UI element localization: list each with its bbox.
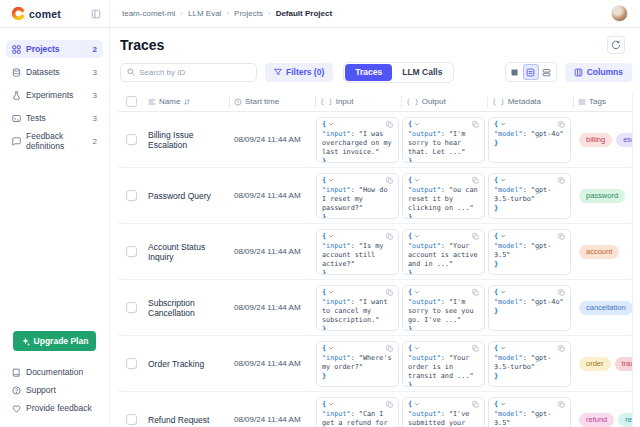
column-header-metadata[interactable]: { } Metadata: [487, 96, 573, 108]
chevron-down-icon[interactable]: [414, 233, 420, 239]
copy-icon[interactable]: [558, 121, 565, 128]
refresh-button[interactable]: [607, 36, 625, 54]
chevron-down-icon[interactable]: [328, 289, 334, 295]
copy-icon[interactable]: [472, 121, 479, 128]
trace-name[interactable]: Refund Request: [144, 415, 229, 425]
table-row[interactable]: Account Status Inquiry 08/09/24 11:44 AM…: [118, 224, 632, 280]
row-checkbox[interactable]: [126, 246, 137, 257]
chevron-down-icon[interactable]: [500, 401, 506, 407]
sidebar-item-documentation[interactable]: Documentation: [6, 363, 103, 381]
sidebar-collapse-icon[interactable]: [91, 9, 101, 19]
tag[interactable]: escalation: [616, 133, 632, 147]
row-checkbox[interactable]: [126, 134, 137, 145]
table-row[interactable]: Subscription Cancellation 08/09/24 11:44…: [118, 280, 632, 336]
sort-icon[interactable]: [183, 98, 191, 106]
input-json-cell[interactable]: { "input": "Where's my order?" }: [316, 341, 399, 387]
density-comfortable-icon[interactable]: [539, 64, 555, 80]
output-json-cell[interactable]: { "output": "Your account is active and …: [402, 229, 485, 275]
column-header-name[interactable]: Name: [144, 96, 229, 108]
copy-icon[interactable]: [386, 345, 393, 352]
trace-name[interactable]: Order Tracking: [144, 359, 229, 369]
sidebar-item-datasets[interactable]: Datasets 3: [6, 63, 103, 81]
input-json-cell[interactable]: { "input": "Can I get a refund for my la…: [316, 397, 399, 427]
metadata-json-cell[interactable]: { "model": "gpt-3.5-turbo" }: [488, 341, 571, 387]
tag[interactable]: tracking: [615, 357, 632, 371]
chevron-down-icon[interactable]: [328, 401, 334, 407]
column-header-tags[interactable]: Tags: [573, 96, 632, 108]
table-row[interactable]: Order Tracking 08/09/24 11:44 AM { "inpu…: [118, 336, 632, 392]
breadcrumb-item[interactable]: team-comet-ml: [122, 9, 175, 18]
trace-name[interactable]: Account Status Inquiry: [144, 242, 229, 262]
chevron-down-icon[interactable]: [328, 345, 334, 351]
search-box[interactable]: [120, 63, 257, 82]
copy-icon[interactable]: [386, 177, 393, 184]
sidebar-item-experiments[interactable]: Experiments 3: [6, 86, 103, 104]
trace-name[interactable]: Billing Issue Escalation: [144, 130, 229, 150]
copy-icon[interactable]: [386, 289, 393, 296]
table-row[interactable]: Password Query 08/09/24 11:44 AM { "inpu…: [118, 168, 632, 224]
table-row[interactable]: Billing Issue Escalation 08/09/24 11:44 …: [118, 112, 632, 168]
search-input[interactable]: [139, 68, 250, 77]
output-json-cell[interactable]: { "output": "I'm sorry to hear that. Let…: [402, 117, 485, 163]
sidebar-item-projects[interactable]: Projects 2: [6, 40, 103, 58]
avatar[interactable]: [611, 5, 628, 22]
copy-icon[interactable]: [386, 401, 393, 408]
density-compact-icon[interactable]: [507, 64, 523, 80]
output-json-cell[interactable]: { "output": "I've submitted your refund …: [402, 397, 485, 427]
tag[interactable]: refund: [579, 413, 614, 427]
columns-button[interactable]: Columns: [565, 63, 632, 82]
column-header-output[interactable]: { } Output: [401, 96, 487, 108]
sidebar-item-tests[interactable]: Tests 3: [6, 109, 103, 127]
chevron-down-icon[interactable]: [500, 233, 506, 239]
copy-icon[interactable]: [386, 233, 393, 240]
copy-icon[interactable]: [558, 401, 565, 408]
sidebar-item-support[interactable]: Support: [6, 381, 103, 399]
row-checkbox[interactable]: [126, 190, 137, 201]
row-checkbox[interactable]: [126, 414, 137, 425]
input-json-cell[interactable]: { "input": "How do I reset my password?"…: [316, 173, 399, 219]
metadata-json-cell[interactable]: { "model": "gpt-4o" }: [488, 285, 571, 331]
input-json-cell[interactable]: { "input": "I was overcharged on my last…: [316, 117, 399, 163]
chevron-down-icon[interactable]: [500, 177, 506, 183]
chevron-down-icon[interactable]: [500, 345, 506, 351]
tag[interactable]: cancellation: [579, 301, 632, 315]
sidebar-item-feedback-definitions[interactable]: Feedback definitions 2: [6, 132, 103, 150]
column-header-start-time[interactable]: Start time: [229, 96, 315, 108]
copy-icon[interactable]: [472, 401, 479, 408]
tag[interactable]: billing: [579, 133, 612, 147]
breadcrumb-item[interactable]: LLM Eval: [188, 9, 221, 18]
copy-icon[interactable]: [386, 121, 393, 128]
copy-icon[interactable]: [558, 345, 565, 352]
copy-icon[interactable]: [558, 233, 565, 240]
chevron-down-icon[interactable]: [328, 233, 334, 239]
copy-icon[interactable]: [472, 289, 479, 296]
chevron-down-icon[interactable]: [500, 121, 506, 127]
tag[interactable]: account: [579, 245, 619, 259]
metadata-json-cell[interactable]: { "model": "gpt-4o" }: [488, 117, 571, 163]
copy-icon[interactable]: [472, 233, 479, 240]
input-json-cell[interactable]: { "input": "Is my account still active?"…: [316, 229, 399, 275]
filters-button[interactable]: Filters (0): [265, 63, 333, 82]
output-json-cell[interactable]: { "output": "I'm sorry to see you go. I'…: [402, 285, 485, 331]
copy-icon[interactable]: [558, 289, 565, 296]
output-json-cell[interactable]: { "output": "ou can reset it by clicking…: [402, 173, 485, 219]
table-row[interactable]: Refund Request 08/09/24 11:44 AM { "inpu…: [118, 392, 632, 427]
input-json-cell[interactable]: { "input": "I want to cancel my subscrip…: [316, 285, 399, 331]
copy-icon[interactable]: [472, 177, 479, 184]
tab-llm-calls[interactable]: LLM Calls: [392, 64, 452, 81]
tag[interactable]: order: [579, 357, 611, 371]
metadata-json-cell[interactable]: { "model": "gpt-3.5" }: [488, 229, 571, 275]
metadata-json-cell[interactable]: { "model": "gpt-3.5" }: [488, 397, 571, 427]
copy-icon[interactable]: [558, 177, 565, 184]
metadata-json-cell[interactable]: { "model": "gpt-3.5-turbo" }: [488, 173, 571, 219]
chevron-down-icon[interactable]: [414, 401, 420, 407]
chevron-down-icon[interactable]: [500, 289, 506, 295]
density-default-icon[interactable]: [523, 64, 539, 80]
chevron-down-icon[interactable]: [414, 289, 420, 295]
tag[interactable]: request: [618, 413, 632, 427]
select-all-checkbox[interactable]: [126, 96, 137, 107]
trace-name[interactable]: Password Query: [144, 191, 229, 201]
tag[interactable]: password: [579, 189, 625, 203]
column-header-input[interactable]: { } Input: [315, 96, 401, 108]
chevron-down-icon[interactable]: [414, 121, 420, 127]
